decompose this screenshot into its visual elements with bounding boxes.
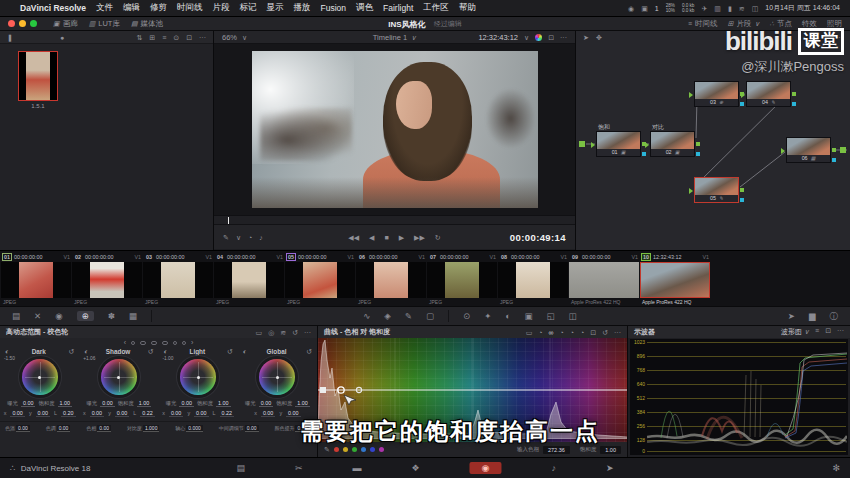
hue-sat-icon[interactable]: ∞ — [549, 329, 554, 336]
motion-effects-icon[interactable]: ▦ — [129, 312, 137, 321]
search-icon[interactable]: ⊙ — [173, 34, 179, 41]
info-icon[interactable]: ⓘ — [830, 312, 839, 321]
param-mid-detail[interactable]: 中间调细节0.00 — [219, 425, 259, 431]
exposure-value[interactable]: 0.00 — [21, 400, 36, 407]
timecode-chevron-icon[interactable]: ∨ — [524, 34, 529, 41]
hdr-wheels-icon[interactable]: ⊕ — [77, 311, 94, 322]
wheel-dark[interactable]: ◐Dark↺ -1.50 曝光0.00饱和度1.00 x0.00y0.00L0.… — [0, 347, 79, 417]
project-settings-gear-icon[interactable]: ✻ — [832, 464, 840, 473]
menu-edit[interactable]: 编辑 — [123, 2, 140, 14]
pen-chevron-icon[interactable]: ∨ — [236, 234, 241, 241]
menu-fusion[interactable]: Fusion — [321, 3, 347, 13]
x-value[interactable]: 0.00 — [90, 410, 105, 417]
airplane-icon[interactable]: ✈ — [701, 5, 707, 12]
go-to-end-button[interactable]: ▶▶ — [414, 234, 425, 241]
l-value[interactable]: 0.20 — [61, 410, 76, 417]
menu-color[interactable]: 调色 — [356, 2, 373, 14]
viewer-options-icon[interactable]: ··· — [560, 34, 567, 41]
magic-mask-icon[interactable]: ✦ — [484, 312, 491, 321]
timeline-clip-08[interactable]: 0800:00:00:00V1 JPEG — [498, 252, 568, 306]
timeline-clip-09[interactable]: 0900:00:00:00V1 Apple ProRes 422 HQ — [569, 252, 639, 306]
record-icon[interactable]: ◉ — [628, 5, 634, 12]
wheels-options-icon[interactable]: ··· — [304, 329, 311, 336]
timeline-clip-03[interactable]: 0300:00:00:00V1 JPEG — [143, 252, 213, 306]
timeline-clip-04[interactable]: 0400:00:00:00V1 JPEG — [214, 252, 284, 306]
camera-status-icon[interactable]: ▣ — [641, 5, 648, 12]
hue-lum-icon[interactable]: ◔ — [560, 329, 564, 336]
curves-reset-icon[interactable]: ↺ — [602, 329, 608, 336]
loop-button[interactable]: ↻ — [435, 234, 441, 241]
scope-options-icon[interactable]: ··· — [837, 327, 844, 337]
y-value[interactable]: 0.00 — [286, 410, 301, 417]
menu-trim[interactable]: 修剪 — [150, 2, 167, 14]
rgb-mixer-icon[interactable]: ✽ — [108, 312, 115, 321]
curve-sat-value[interactable]: 1.00 — [600, 446, 621, 454]
node-06[interactable]: 06▦ — [786, 137, 831, 163]
timeline-clip-10-selected[interactable]: 1012:32:43:12V1 Apple ProRes 422 HQ — [640, 252, 710, 306]
param-contrast[interactable]: 对比度1.000 — [127, 425, 160, 431]
menu-clock[interactable]: 10月14日 周五 14:46:04 — [765, 3, 840, 13]
custom-curve-icon[interactable]: ▭ — [526, 329, 533, 336]
playhead[interactable] — [228, 217, 229, 224]
filter-dot-icon[interactable]: ● — [60, 34, 64, 41]
l-value[interactable]: 0.22 — [220, 410, 235, 417]
annotation-pen-icon[interactable]: ✎ — [223, 234, 229, 241]
curves-expand-icon[interactable]: ⊡ — [590, 329, 596, 336]
reset-wheel-icon[interactable]: ↺ — [306, 348, 312, 355]
timeline-clip-02[interactable]: 0200:00:00:00V1 JPEG — [72, 252, 142, 306]
menu-clip[interactable]: 片段 — [213, 2, 230, 14]
exposure-value[interactable]: 0.00 — [100, 400, 115, 407]
viewer-zoom-level[interactable]: 66% — [222, 33, 237, 42]
x-value[interactable]: 0.00 — [261, 410, 276, 417]
scope-settings-icon[interactable]: ≡ — [815, 327, 819, 337]
qualifier-icon[interactable]: ✎ — [405, 312, 412, 321]
hue-hue-icon[interactable]: ◔ — [538, 329, 542, 336]
gallery-toggle[interactable]: ▣画廊 — [53, 19, 78, 29]
media-pool-toggle[interactable]: ▤媒体池 — [131, 19, 163, 29]
curves-icon[interactable]: ∿ — [363, 312, 370, 321]
play-button[interactable]: ▶ — [399, 234, 404, 241]
wheels-levels-icon[interactable]: ≋ — [280, 329, 286, 336]
deliver-page-button[interactable]: ➤ — [606, 463, 614, 473]
yellow-swatch[interactable] — [343, 447, 348, 452]
wheel-light[interactable]: ◐Light↺ -1.00 曝光0.00饱和度1.00 x0.00y0.00L0… — [159, 347, 238, 417]
x-value[interactable]: 0.00 — [10, 410, 25, 417]
zoom-chevron-icon[interactable]: ∨ — [242, 34, 247, 41]
window-zoom-button[interactable] — [30, 20, 37, 27]
bypass-grades-icon[interactable]: ◔ — [248, 234, 252, 241]
color-wheel-global[interactable] — [259, 359, 295, 395]
blue-swatch[interactable] — [370, 447, 375, 452]
exposure-value[interactable]: 0.00 — [259, 400, 274, 407]
battery-icon[interactable]: ▮ — [728, 5, 732, 12]
display-icon[interactable]: ▥ — [714, 5, 721, 12]
menu-timeline[interactable]: 时间线 — [177, 2, 203, 14]
y-value[interactable]: 0.00 — [36, 410, 51, 417]
node-04[interactable]: 04✎ — [746, 81, 791, 107]
expand-viewer-icon[interactable]: ⊡ — [548, 34, 554, 41]
timeline-clip-07[interactable]: 0700:00:00:00V1 JPEG — [427, 252, 497, 306]
viewer-video-frame[interactable] — [252, 51, 538, 208]
color-match-icon[interactable]: ✕ — [34, 312, 41, 321]
color-wheel-shadow[interactable] — [101, 359, 137, 395]
color-wheel-dark[interactable] — [22, 359, 58, 395]
waveform-scope[interactable]: 1023 896 768 640 512 384 256 128 0 — [630, 339, 848, 455]
viewer-timecode[interactable]: 12:32:43:12 — [478, 33, 518, 42]
go-to-start-button[interactable]: ◀◀ — [348, 234, 359, 241]
menu-workspace[interactable]: 工作区 — [423, 2, 449, 14]
stereo-icon[interactable]: ◫ — [568, 312, 576, 321]
menu-file[interactable]: 文件 — [96, 2, 113, 14]
menu-app-name[interactable]: DaVinci Resolve — [20, 3, 86, 13]
wheels-a-icon[interactable]: ▭ — [256, 329, 263, 336]
wheel-global[interactable]: ◐Global↺ 曝光0.00饱和度1.00 x0.00y0.00 — [238, 347, 317, 417]
sort-icon[interactable]: ⇅ — [136, 34, 142, 41]
x-value[interactable]: 0.00 — [169, 410, 184, 417]
node-03[interactable]: 03⊕ — [694, 81, 739, 107]
power-window-icon[interactable]: ▢ — [426, 312, 434, 321]
menu-view[interactable]: 显示 — [267, 2, 284, 14]
camera-raw-icon[interactable]: ▤ — [12, 312, 20, 321]
timeline-clip-05[interactable]: 0500:00:00:00V1 JPEG — [285, 252, 355, 306]
y-value[interactable]: 0.00 — [194, 410, 209, 417]
menu-mark[interactable]: 标记 — [240, 2, 257, 14]
node-05-selected[interactable]: 05✎ — [694, 177, 739, 203]
color-wheel-light[interactable] — [180, 359, 216, 395]
